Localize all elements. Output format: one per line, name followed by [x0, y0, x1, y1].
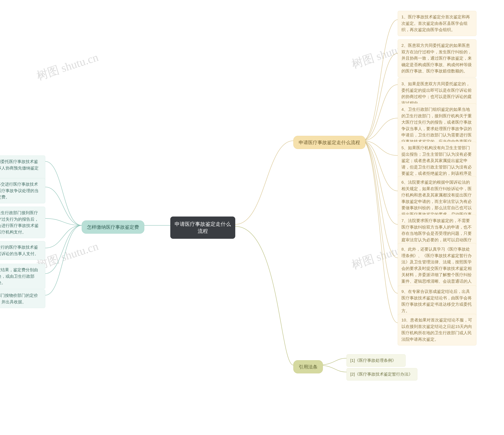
- root-node: 申请医疗事故鉴定走什么 流程: [170, 216, 235, 239]
- branch-law: 引用法条: [293, 360, 323, 373]
- fee-item-2: 2.卫生行政部门移交进行医疗事故技术鉴定的，由提出医疗事故争议处理的当事人预先缴…: [0, 178, 45, 203]
- process-item-10: 10、患者如果对首次鉴定结论不服，可以在接到首次鉴定结论之日起15天内向医疗机构…: [398, 314, 477, 346]
- law-item-1: [1]《医疗事故处理条例》: [346, 354, 405, 367]
- watermark: 树图 shutu.cn: [35, 50, 100, 84]
- fee-item-3: 3.县级以上地方卫生行政部门接到医疗机构关于重大医疗过失行为的报告后，对需要移交…: [0, 207, 45, 238]
- fee-item-6: 6.由医学会财务部门按物价部门的定价规定收取鉴定费，并出具收据。: [0, 289, 45, 308]
- fee-item-4: 4.司法部门委托进行的医疗事故技术鉴定，鉴定费由提起诉讼的当事人支付。: [0, 241, 45, 260]
- process-item-1: 1、医疗事故技术鉴定分首次鉴定和再次鉴定。首次鉴定由各区县医学会组织，再次鉴定由…: [398, 11, 477, 36]
- fee-item-1: 1.双方当事人共同委托医疗事故技术鉴定的，由双方当事人协商预先缴纳鉴定费。: [0, 156, 45, 181]
- root-line2: 流程: [175, 228, 231, 235]
- root-line1: 申请医疗事故鉴定走什么: [175, 221, 231, 228]
- law-item-2: [2]《医疗事故技术鉴定暂行办法》: [346, 368, 417, 381]
- process-item-9: 9、在专家合议形成鉴定结论后，出具医疗事故技术鉴定结论书，由医学会将医疗事故技术…: [398, 285, 477, 317]
- branch-fee: 怎样缴纳医疗事故鉴定费: [82, 221, 144, 234]
- branch-process: 申请医疗事故鉴定走什么流程: [293, 136, 365, 149]
- process-item-2: 2、医患双方共同委托鉴定的如果医患双方在治疗过程中，发生医疗纠纷的，并且协商一致…: [398, 39, 477, 77]
- fee-item-5: 5.鉴定后根据鉴定结果，鉴定费分别由医患双方协商解决，或由卫生行政部门、司法部门…: [0, 264, 45, 289]
